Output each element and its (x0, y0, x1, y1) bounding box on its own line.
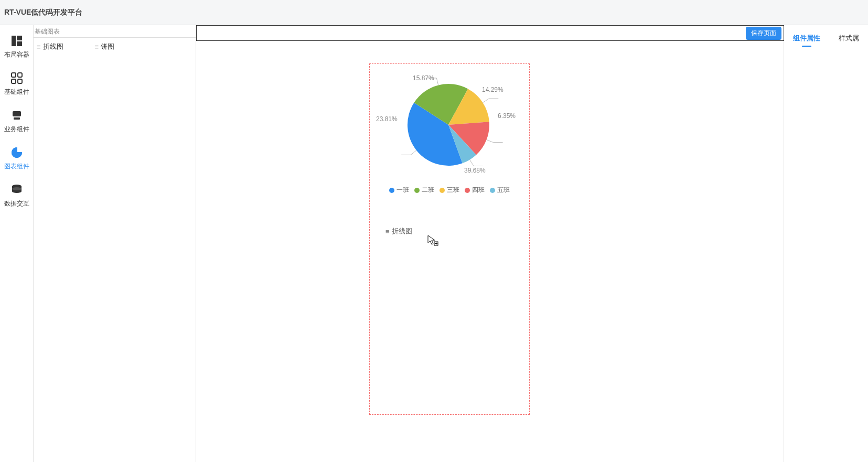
app-title: RT-VUE低代码开发平台 (4, 8, 82, 17)
drag-handle-icon: ≡ (385, 228, 390, 235)
pie-label-s1: 23.81% (376, 115, 398, 123)
component-group-title: 基础图表 (34, 25, 196, 37)
svg-rect-3 (12, 73, 16, 77)
nav-layout-container[interactable]: 布局容器 (0, 29, 33, 67)
drop-indicator: ≡ 折线图 (385, 227, 412, 236)
layout-icon (9, 35, 24, 47)
drag-handle-icon: ≡ (95, 43, 99, 51)
legend-item[interactable]: 四班 (465, 186, 485, 195)
nav-label: 布局容器 (0, 50, 33, 59)
pie-label-s0: 39.68% (464, 167, 486, 174)
canvas-body[interactable]: 39.68% 23.81% 15.87% 14.29% 6.35% 一班二班三班… (196, 41, 784, 462)
component-label: 饼图 (101, 42, 114, 51)
legend-dot-icon (490, 188, 495, 193)
nav-business-components[interactable]: 业务组件 (0, 104, 33, 141)
drag-cursor-icon (427, 235, 439, 246)
legend-dot-icon (465, 188, 470, 193)
pie-chart[interactable]: 39.68% 23.81% 15.87% 14.29% 6.35% (370, 67, 529, 182)
drag-handle-icon: ≡ (37, 43, 41, 51)
component-label: 折线图 (43, 42, 63, 51)
side-nav: 布局容器 基础组件 业务组件 图表组件 数据交互 (0, 25, 34, 462)
legend-label: 三班 (447, 186, 459, 195)
nav-basic-components[interactable]: 基础组件 (0, 67, 33, 104)
svg-point-11 (12, 187, 22, 190)
legend-dot-icon (440, 188, 445, 193)
stack-icon (9, 109, 24, 122)
component-panel: 基础图表 ≡ 折线图 ≡ 饼图 (34, 25, 196, 462)
svg-rect-1 (17, 36, 22, 40)
legend-label: 五班 (497, 186, 510, 195)
database-icon (9, 184, 24, 196)
component-line-chart[interactable]: ≡ 折线图 (37, 42, 63, 51)
nav-label: 基础组件 (0, 88, 33, 96)
legend-dot-icon (414, 188, 420, 193)
legend-item[interactable]: 三班 (440, 186, 459, 195)
component-pie-chart[interactable]: ≡ 饼图 (95, 42, 115, 51)
legend-item[interactable]: 一班 (389, 186, 409, 195)
svg-rect-2 (17, 41, 22, 46)
tab-component-props[interactable]: 组件属性 (793, 34, 820, 46)
tab-style-props[interactable]: 样式属 (839, 34, 859, 46)
main-layout: 布局容器 基础组件 业务组件 图表组件 数据交互 基础图表 ≡ 折线图 (0, 25, 868, 462)
legend-label: 四班 (472, 186, 485, 195)
nav-data-interaction[interactable]: 数据交互 (0, 178, 33, 216)
pie-legend: 一班二班三班四班五班 (370, 186, 529, 195)
svg-rect-12 (434, 242, 438, 245)
svg-rect-4 (18, 73, 22, 77)
pie-icon (9, 146, 24, 159)
legend-item[interactable]: 二班 (414, 186, 434, 195)
svg-rect-7 (13, 111, 21, 116)
app-header: RT-VUE低代码开发平台 (0, 0, 868, 25)
svg-rect-0 (12, 36, 16, 46)
svg-rect-6 (18, 79, 22, 83)
drop-indicator-label: 折线图 (392, 227, 412, 236)
legend-label: 一班 (397, 186, 409, 195)
right-panel: 组件属性 样式属 (784, 25, 868, 462)
pie-label-s4: 6.35% (498, 112, 516, 120)
canvas-area: 保存页面 39.68% 23.81% 15.87% 14.29% 6.35% 一… (196, 25, 784, 462)
nav-label: 图表组件 (0, 162, 33, 171)
legend-item[interactable]: 五班 (490, 186, 510, 195)
selected-component-box[interactable]: 39.68% 23.81% 15.87% 14.29% 6.35% 一班二班三班… (369, 63, 530, 415)
legend-dot-icon (389, 188, 394, 193)
legend-label: 二班 (422, 186, 434, 195)
nav-label: 业务组件 (0, 125, 33, 134)
canvas-toolbar: 保存页面 (196, 25, 784, 41)
nav-label: 数据交互 (0, 199, 33, 208)
save-page-button[interactable]: 保存页面 (746, 27, 781, 40)
pie-label-s3: 14.29% (482, 86, 503, 93)
svg-rect-8 (14, 117, 20, 120)
svg-rect-5 (12, 79, 16, 83)
nav-chart-components[interactable]: 图表组件 (0, 141, 33, 178)
pie-label-s2: 15.87% (413, 74, 434, 82)
right-panel-tabs: 组件属性 样式属 (784, 25, 868, 462)
grid-icon (9, 72, 24, 84)
pie-svg (370, 67, 530, 182)
